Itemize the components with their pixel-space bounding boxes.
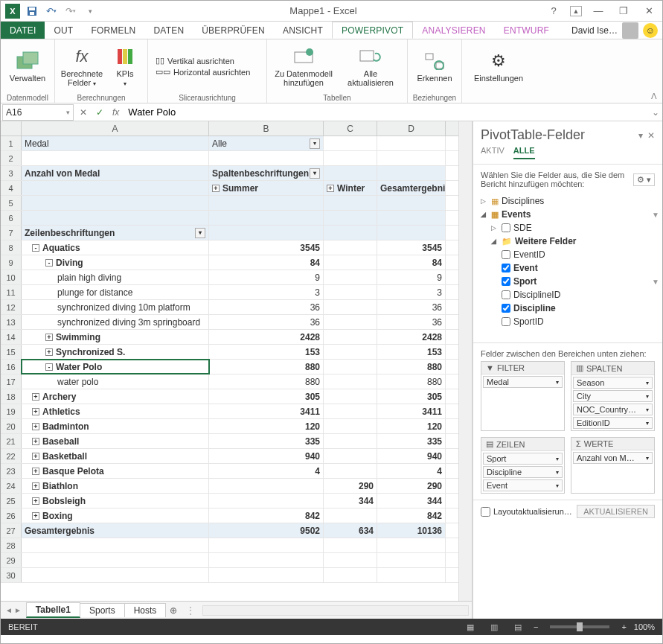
sheet-tab-tabelle1[interactable]: Tabelle1 xyxy=(26,602,80,618)
expander-icon[interactable]: + xyxy=(32,497,39,505)
cell[interactable] xyxy=(377,553,446,567)
cell[interactable] xyxy=(324,345,377,359)
field-table-events[interactable]: ◢ ▦ Events ▼ xyxy=(481,208,659,221)
row-header[interactable]: 5 xyxy=(1,196,22,210)
field-list-tools-button[interactable]: ⚙ ▾ xyxy=(633,173,655,186)
row-header[interactable]: 26 xyxy=(1,508,22,523)
cell[interactable]: +Badminton xyxy=(22,419,209,433)
cell[interactable]: 3411 xyxy=(209,404,324,418)
cell[interactable]: plain high diving xyxy=(22,270,209,284)
cell[interactable]: +Bobsleigh xyxy=(22,494,209,508)
field-sport[interactable]: Sport ▼ xyxy=(481,275,659,288)
minimize-button[interactable]: — xyxy=(589,3,607,19)
cell[interactable] xyxy=(324,389,377,404)
cell[interactable]: -Aquatics xyxy=(22,240,209,255)
row-header[interactable]: 6 xyxy=(1,211,22,225)
cell[interactable] xyxy=(324,464,377,478)
filter-icon[interactable]: ▼ xyxy=(652,211,659,219)
cell[interactable]: +Athletics xyxy=(22,404,209,418)
cell[interactable] xyxy=(22,151,209,165)
col-header-C[interactable]: C xyxy=(324,121,377,136)
cell[interactable] xyxy=(22,568,209,582)
cell[interactable]: +Swimming xyxy=(22,330,209,344)
cell[interactable]: 335 xyxy=(377,434,446,448)
cell[interactable]: 842 xyxy=(209,508,324,523)
excel-icon[interactable]: X xyxy=(5,4,20,19)
cell[interactable]: 120 xyxy=(209,419,324,433)
formula-input[interactable] xyxy=(124,104,649,121)
cell[interactable] xyxy=(209,226,324,240)
cell[interactable]: Zeilenbeschriftungen▾ xyxy=(22,226,209,240)
expander-icon[interactable]: + xyxy=(327,185,334,192)
cell[interactable]: 305 xyxy=(209,389,324,404)
cell[interactable] xyxy=(324,211,377,225)
expander-icon[interactable]: + xyxy=(212,185,220,192)
cell[interactable] xyxy=(324,136,377,150)
cell[interactable]: 842 xyxy=(377,508,446,523)
view-page-break-icon[interactable]: ▤ xyxy=(510,620,526,634)
cell[interactable] xyxy=(324,270,377,284)
filter-icon[interactable]: ▼ xyxy=(652,278,659,286)
collapse-ribbon-icon[interactable]: ᐱ xyxy=(646,39,662,103)
cell[interactable] xyxy=(324,255,377,270)
col-header-D[interactable]: D xyxy=(377,121,446,136)
cell[interactable]: 153 xyxy=(377,345,446,359)
cell[interactable]: 120 xyxy=(377,419,446,433)
expander-icon[interactable]: + xyxy=(32,512,39,520)
cell[interactable]: Alle▾ xyxy=(209,136,324,150)
cell[interactable]: 344 xyxy=(324,494,377,508)
cell[interactable]: 3411 xyxy=(377,404,446,418)
cell[interactable]: -Diving xyxy=(22,255,209,270)
cell[interactable]: 84 xyxy=(377,255,446,270)
cell[interactable]: 2428 xyxy=(209,330,324,344)
cell[interactable] xyxy=(324,553,377,567)
cell[interactable] xyxy=(209,196,324,210)
field-checkbox[interactable] xyxy=(502,304,510,313)
area-item[interactable]: NOC_Country…▾ xyxy=(573,404,653,415)
erkennen-button[interactable]: Erkennen xyxy=(412,42,457,90)
cell[interactable] xyxy=(377,568,446,582)
cell[interactable]: 36 xyxy=(209,300,324,314)
tab-daten[interactable]: DATEN xyxy=(144,22,193,39)
zoom-out-button[interactable]: − xyxy=(534,622,538,631)
row-header[interactable]: 17 xyxy=(1,374,22,389)
cell[interactable]: 36 xyxy=(377,315,446,329)
cell[interactable] xyxy=(324,285,377,299)
redo-icon[interactable]: ↷ ▾ xyxy=(63,4,78,19)
tree-toggle-icon[interactable]: ◢ xyxy=(481,211,488,218)
zu-datenmodell-button[interactable]: Zu Datenmodell hinzufügen xyxy=(272,42,336,90)
sheet-nav-next-icon[interactable]: ► xyxy=(14,606,22,614)
expander-icon[interactable]: + xyxy=(32,438,39,445)
tab-powerpivot[interactable]: POWERPIVOT xyxy=(332,22,413,39)
cell[interactable] xyxy=(324,226,377,240)
cell[interactable]: 880 xyxy=(209,360,324,374)
cell[interactable]: 940 xyxy=(377,449,446,463)
field-event[interactable]: Event xyxy=(481,261,659,275)
field-weitere-felder[interactable]: ◢ 📁 Weitere Felder xyxy=(481,235,659,248)
expander-icon[interactable]: + xyxy=(45,334,53,341)
cell[interactable] xyxy=(377,226,446,240)
cell[interactable]: 335 xyxy=(209,434,324,448)
cell[interactable] xyxy=(22,553,209,567)
cell[interactable]: +Biathlon xyxy=(22,479,209,493)
cell[interactable]: synchronized diving 3m springboard xyxy=(22,315,209,329)
cell[interactable] xyxy=(22,538,209,552)
cell[interactable] xyxy=(324,151,377,165)
feedback-smiley-icon[interactable]: ☺ xyxy=(643,23,658,38)
cell[interactable]: 940 xyxy=(209,449,324,463)
row-header[interactable]: 4 xyxy=(1,181,22,195)
field-list[interactable]: ▷ ▦ Disciplines ◢ ▦ Events ▼ ▷ SDE ◢ 📁 W… xyxy=(473,194,662,343)
row-header[interactable]: 21 xyxy=(1,434,22,448)
area-spalten[interactable]: ▥SPALTEN Season▾ City▾ NOC_Country…▾ Edi… xyxy=(571,361,655,431)
col-header-B[interactable]: B xyxy=(209,121,324,136)
expander-icon[interactable]: + xyxy=(45,348,53,356)
cell[interactable]: 9 xyxy=(377,270,446,284)
pane-tab-aktiv[interactable]: AKTIV xyxy=(481,146,505,159)
area-item[interactable]: EditionID▾ xyxy=(573,417,653,429)
row-header[interactable]: 18 xyxy=(1,389,22,404)
row-header[interactable]: 7 xyxy=(1,226,22,240)
cell[interactable]: Spaltenbeschriftungen▾ xyxy=(209,166,324,180)
horizontal-scrollbar[interactable] xyxy=(202,605,469,616)
field-disciplineid[interactable]: DisciplineID xyxy=(481,288,659,302)
einstellungen-button[interactable]: ⚙ Einstellungen xyxy=(467,42,531,90)
